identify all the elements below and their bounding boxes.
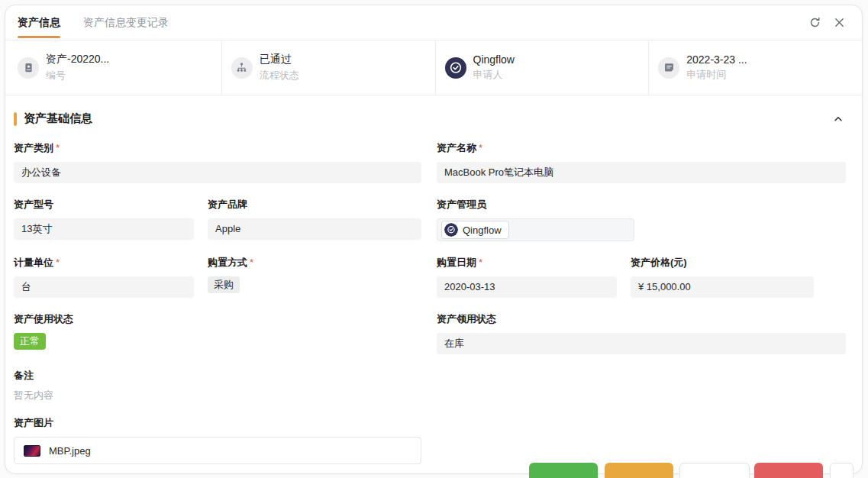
field-remark: 备注 暂无内容: [14, 369, 853, 402]
purchase-date-input[interactable]: 2020-03-13: [437, 276, 617, 298]
section-title: 资产基础信息: [24, 111, 92, 126]
field-purchase-date: 购置日期* 2020-03-13: [437, 256, 617, 298]
unit-label: 计量单位: [14, 257, 53, 268]
required-asterisk: *: [56, 257, 60, 268]
apply-time-value: 2022-3-23 ...: [686, 53, 747, 66]
asset-image-label: 资产图片: [14, 416, 853, 430]
footer-button-green[interactable]: [529, 463, 598, 478]
card-asset-number: 资产-20220... 编号: [5, 40, 221, 95]
flow-status-icon: [231, 57, 253, 79]
refresh-icon[interactable]: [808, 17, 821, 29]
required-asterisk: *: [479, 142, 482, 153]
active-tab-underline: [18, 36, 60, 38]
footer-button-orange[interactable]: [605, 463, 673, 478]
card-flow-status: 已通过 流程状态: [221, 40, 435, 95]
field-asset-name: 资产名称* MacBook Pro笔记本电脑: [437, 141, 846, 183]
applicant-label: 申请人: [473, 68, 515, 82]
section-accent-bar: [14, 112, 17, 126]
apply-time-label: 申请时间: [686, 68, 747, 82]
asset-model-label: 资产型号: [14, 198, 194, 212]
member-tag-name: Qingflow: [463, 224, 502, 236]
field-asset-manager: 资产管理员 Qingflow: [437, 198, 634, 241]
field-purchase-method: 购置方式* 采购: [208, 256, 421, 293]
asset-brand-label: 资产品牌: [208, 198, 421, 212]
field-asset-brand: 资产品牌 Apple: [208, 198, 421, 240]
member-avatar: [444, 223, 458, 237]
asset-name-label: 资产名称: [437, 142, 476, 153]
tab-asset-info[interactable]: 资产信息: [13, 5, 65, 40]
file-thumbnail: [24, 445, 40, 457]
field-unit: 计量单位* 台: [14, 256, 194, 298]
field-asset-price: 资产价格(元) ¥ 15,000.00: [631, 256, 814, 298]
tab-asset-change-log[interactable]: 资产信息变更记录: [79, 5, 173, 40]
usage-status-badge: 正常: [14, 333, 46, 350]
asset-name-input[interactable]: MacBook Pro笔记本电脑: [437, 162, 846, 183]
unit-input[interactable]: 台: [14, 276, 194, 298]
asset-number-value: 资产-20220...: [46, 53, 109, 66]
tab-asset-change-log-label: 资产信息变更记录: [83, 16, 169, 28]
flow-status-value: 已通过: [260, 53, 299, 66]
memo-icon: [658, 57, 679, 79]
asset-category-input[interactable]: 办公设备: [14, 162, 421, 183]
applicant-value: Qingflow: [473, 53, 515, 66]
asset-detail-modal: 资产信息 资产信息变更记录: [5, 5, 863, 474]
remark-value: 暂无内容: [14, 389, 853, 402]
field-asset-image: 资产图片 MBP.jpeg: [14, 416, 853, 464]
member-tag[interactable]: Qingflow: [441, 221, 509, 239]
required-asterisk: *: [250, 257, 253, 268]
window-actions: [808, 17, 845, 29]
asset-brand-input[interactable]: Apple: [208, 218, 421, 240]
card-applicant: Qingflow 申请人: [435, 40, 649, 95]
purchase-date-label: 购置日期: [437, 257, 476, 268]
purchase-method-label: 购置方式: [208, 257, 247, 268]
required-asterisk: *: [56, 142, 60, 153]
required-asterisk: *: [479, 257, 482, 268]
asset-price-input[interactable]: ¥ 15,000.00: [631, 276, 814, 298]
flow-status-label: 流程状态: [260, 69, 299, 82]
card-apply-time: 2022-3-23 ... 申请时间: [648, 40, 862, 95]
tab-asset-info-label: 资产信息: [18, 16, 60, 28]
purchase-method-value-chip: 采购: [208, 276, 240, 293]
field-asset-model: 资产型号 13英寸: [14, 198, 194, 240]
field-usage-status: 资产使用状态 正常: [14, 312, 421, 350]
tab-bar: 资产信息 资产信息变更记录: [5, 5, 862, 40]
asset-number-label: 编号: [46, 69, 109, 82]
chevron-up-icon[interactable]: [833, 114, 844, 124]
asset-price-label: 资产价格(元): [631, 256, 814, 270]
applicant-avatar: [445, 57, 466, 79]
form-content: 资产基础信息 资产类别* 办公设备 资产名称* MacBook Pro笔记本电脑…: [5, 95, 862, 464]
remark-label: 备注: [14, 369, 853, 383]
footer-button-more[interactable]: [830, 463, 853, 478]
file-item[interactable]: MBP.jpeg: [14, 437, 421, 464]
summary-cards: 资产-20220... 编号 已通过 流程状态: [5, 40, 862, 95]
asset-model-input[interactable]: 13英寸: [14, 218, 194, 240]
claim-status-label: 资产领用状态: [437, 312, 846, 326]
file-name: MBP.jpeg: [49, 445, 91, 457]
id-badge-icon: [18, 57, 39, 79]
claim-status-input[interactable]: 在库: [437, 333, 846, 354]
asset-category-label: 资产类别: [14, 142, 53, 153]
asset-manager-input[interactable]: Qingflow: [437, 218, 634, 241]
close-icon[interactable]: [833, 17, 845, 29]
field-claim-status: 资产领用状态 在库: [437, 312, 846, 354]
usage-status-label: 资产使用状态: [14, 312, 421, 326]
section-header: 资产基础信息: [14, 111, 853, 126]
footer-button-red[interactable]: [754, 463, 823, 478]
footer-button-white[interactable]: [679, 463, 750, 478]
field-asset-category: 资产类别* 办公设备: [14, 141, 421, 183]
asset-manager-label: 资产管理员: [437, 198, 634, 212]
